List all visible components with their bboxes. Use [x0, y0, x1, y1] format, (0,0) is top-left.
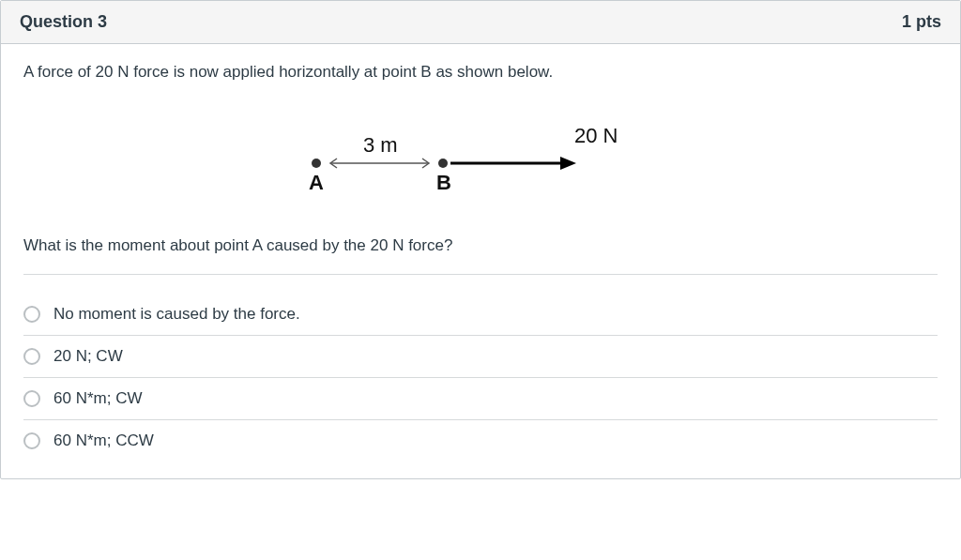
- option-label: 20 N; CW: [53, 347, 123, 366]
- force-arrow-head: [560, 157, 576, 170]
- distance-label: 3 m: [363, 133, 398, 157]
- diagram-svg: 3 m A B 20 N: [283, 114, 678, 204]
- point-a-label: A: [309, 171, 324, 194]
- question-container: Question 3 1 pts A force of 20 N force i…: [0, 0, 961, 479]
- option-label: 60 N*m; CW: [53, 389, 142, 408]
- force-label: 20 N: [574, 124, 618, 147]
- question-text: What is the moment about point A caused …: [23, 236, 938, 275]
- point-b-label: B: [436, 171, 451, 194]
- option-row[interactable]: 60 N*m; CCW: [23, 420, 938, 462]
- radio-icon[interactable]: [23, 348, 40, 365]
- question-intro: A force of 20 N force is now applied hor…: [23, 63, 938, 82]
- question-title: Question 3: [20, 12, 107, 32]
- option-row[interactable]: 60 N*m; CW: [23, 378, 938, 420]
- question-body: A force of 20 N force is now applied hor…: [1, 44, 960, 478]
- option-label: No moment is caused by the force.: [53, 305, 300, 324]
- point-a-dot: [312, 159, 321, 168]
- option-row[interactable]: No moment is caused by the force.: [23, 294, 938, 336]
- option-row[interactable]: 20 N; CW: [23, 336, 938, 378]
- radio-icon[interactable]: [23, 432, 40, 449]
- option-label: 60 N*m; CCW: [53, 431, 154, 450]
- question-points: 1 pts: [902, 12, 941, 32]
- force-diagram: 3 m A B 20 N: [23, 114, 938, 218]
- point-b-dot: [438, 159, 448, 168]
- radio-icon[interactable]: [23, 390, 40, 407]
- question-header: Question 3 1 pts: [1, 1, 960, 44]
- radio-icon[interactable]: [23, 306, 40, 323]
- options-list: No moment is caused by the force. 20 N; …: [23, 294, 938, 462]
